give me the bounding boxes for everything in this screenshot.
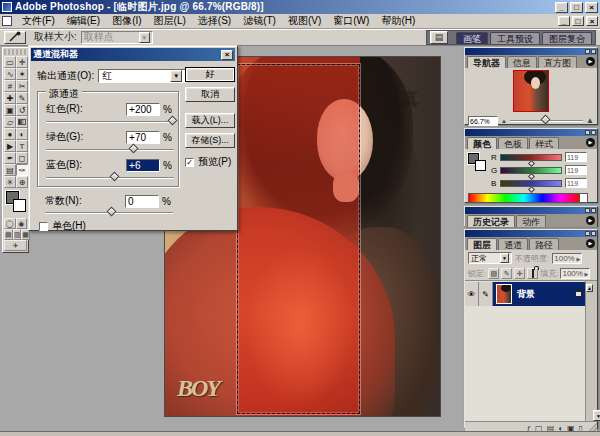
zoom-out-icon[interactable]: ▲ [501,118,507,124]
chevron-down-icon[interactable]: ▼ [139,32,150,43]
palette-menu-icon[interactable]: ▶ [586,138,595,147]
scroll-down-icon[interactable]: ▼ [593,410,600,421]
tab-paths[interactable]: 路径 [529,238,559,250]
blur-tool-icon[interactable]: ● [4,128,16,140]
brush-tool-icon[interactable]: ✎ [16,92,28,104]
jump-to-imageready-button[interactable]: ✈ [4,240,27,251]
red-slider-thumb[interactable] [167,116,177,126]
eraser-tool-icon[interactable]: ▱ [4,116,16,128]
palette-minimize-icon[interactable] [585,49,590,54]
gradient-tool-icon[interactable] [16,116,28,128]
red-slider-track[interactable] [46,121,174,123]
lock-all-icon[interactable] [527,268,538,279]
blue-slider-thumb[interactable] [110,172,120,182]
lock-transparency-icon[interactable]: ▨ [488,268,499,279]
magic-wand-tool-icon[interactable]: ✶ [16,68,28,80]
slice-tool-icon[interactable]: ✂ [16,80,28,92]
tab-styles[interactable]: 样式 [529,137,559,149]
palette-close-icon[interactable] [591,130,596,135]
red-value-input[interactable]: +200 [126,103,160,116]
eyedropper-tool-preset-icon[interactable] [4,31,26,44]
fill-input[interactable]: 100% ▶ [560,268,590,279]
clone-stamp-tool-icon[interactable]: ▣ [4,104,16,116]
tab-color[interactable]: 颜色 [467,137,497,149]
zoom-tool-icon[interactable]: ⊕ [16,176,28,188]
notes-tool-icon[interactable]: ▤ [4,164,16,176]
well-tab-layer-comps[interactable]: 图层复合 [542,32,592,44]
visibility-toggle[interactable]: 👁 [465,282,479,306]
color-spectrum-ramp[interactable] [468,193,588,203]
menu-file[interactable]: 文件(F) [16,13,61,29]
dialog-close-icon[interactable]: × [221,50,233,60]
load-button[interactable]: 载入(L)... [185,113,235,128]
well-tab-brushes[interactable]: 画笔 [456,32,488,44]
hand-tool-icon[interactable]: ✳ [4,176,16,188]
tab-layers[interactable]: 图层 [467,238,497,250]
palette-menu-icon[interactable]: ▶ [586,239,595,248]
navigator-zoom-thumb[interactable] [541,114,551,124]
menu-window[interactable]: 窗口(W) [327,13,375,29]
quick-mask-mode-button[interactable]: ◉ [16,218,28,229]
constant-slider-thumb[interactable] [106,207,116,217]
blue-channel-value[interactable]: 119 [565,178,587,188]
eyedropper-tool-icon[interactable]: ✑ [16,164,28,176]
navigator-preview[interactable] [513,70,549,112]
path-selection-tool-icon[interactable]: ▶ [4,140,16,152]
layer-row-background[interactable]: 👁 ✎ 背景 [465,282,586,306]
save-button[interactable]: 存储(S)... [185,133,235,148]
app-titlebar[interactable]: Adobe Photoshop - [临时图片.jpg @ 66.7%(RGB/… [0,0,600,14]
menu-filter[interactable]: 滤镜(T) [237,13,282,29]
palette-close-icon[interactable] [591,231,596,236]
spectrum-white-chip[interactable] [579,194,587,202]
chevron-icon[interactable]: ▶ [585,269,589,278]
rectangular-marquee-tool-icon[interactable]: ▭ [4,56,16,68]
constant-value-input[interactable]: 0 [125,195,159,208]
background-color-swatch[interactable] [13,199,26,212]
blue-channel-thumb[interactable] [528,185,535,192]
lasso-tool-icon[interactable]: ∿ [4,68,16,80]
lock-image-icon[interactable]: ✎ [501,268,512,279]
doc-restore-icon[interactable]: □ [572,16,584,26]
crop-tool-icon[interactable]: # [4,80,16,92]
menu-edit[interactable]: 编辑(E) [61,13,106,29]
green-channel-value[interactable]: 119 [565,165,587,175]
layers-titlebar[interactable] [465,230,597,237]
preview-checkbox[interactable]: ✓ 预览(P) [185,155,231,169]
color-titlebar[interactable] [465,129,597,136]
tab-info[interactable]: 信息 [507,56,537,68]
menu-image[interactable]: 图像(I) [106,13,147,29]
red-channel-slider[interactable] [500,154,562,161]
layers-scrollbar[interactable]: ▲ ▼ [585,281,597,421]
palette-minimize-icon[interactable] [585,130,590,135]
blend-mode-select[interactable]: 正常 ▼ [468,252,512,264]
minimize-icon[interactable]: _ [555,2,568,13]
tab-swatches[interactable]: 色板 [498,137,528,149]
palette-menu-icon[interactable]: ▶ [586,57,595,66]
ok-button[interactable]: 好 [185,67,235,82]
selection-marching-ants[interactable] [237,64,360,414]
chevron-down-icon[interactable]: ▼ [170,70,182,82]
document-icon[interactable] [2,16,12,26]
history-brush-tool-icon[interactable]: ↺ [16,104,28,116]
dodge-tool-icon[interactable]: ◐ [16,128,28,140]
green-channel-slider[interactable] [500,167,562,174]
pen-tool-icon[interactable]: ✒ [4,152,16,164]
palette-minimize-icon[interactable] [585,231,590,236]
scroll-up-icon[interactable]: ▲ [586,284,593,292]
healing-brush-tool-icon[interactable]: ✚ [4,92,16,104]
green-slider-track[interactable] [46,149,174,151]
fullscreen-menubar-button[interactable]: ▥ [13,229,22,240]
palette-menu-icon[interactable]: ▶ [586,216,595,225]
doc-close-icon[interactable]: × [586,16,598,26]
tab-histogram[interactable]: 直方图 [538,56,577,68]
monochrome-checkbox[interactable]: 单色(H) [39,219,86,233]
tab-channels[interactable]: 通道 [498,238,528,250]
chevron-icon[interactable]: ▶ [576,254,580,263]
close-icon[interactable]: × [585,2,598,13]
lock-position-icon[interactable]: ✛ [514,268,525,279]
shape-tool-icon[interactable]: ◻ [16,152,28,164]
palette-close-icon[interactable] [591,49,596,54]
menu-select[interactable]: 选择(S) [192,13,237,29]
opacity-input[interactable]: 100% ▶ [552,253,582,264]
tab-actions[interactable]: 动作 [516,215,546,227]
